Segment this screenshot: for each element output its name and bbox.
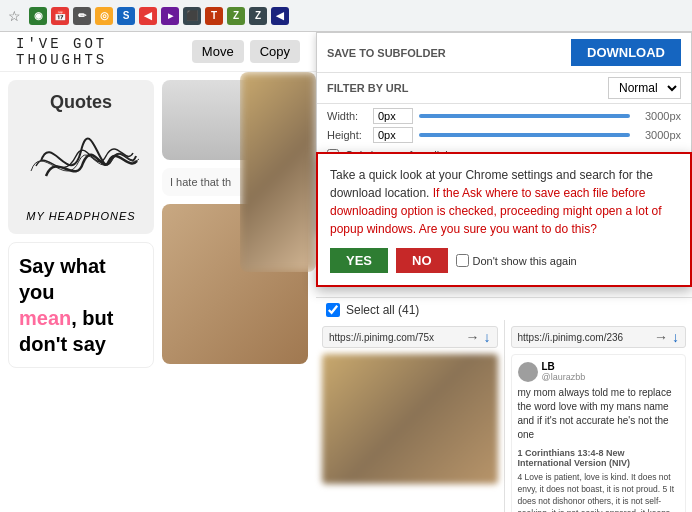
panel-dims: Width: 3000px Height: 3000px bbox=[317, 104, 691, 147]
ext-icon-11[interactable]: Z bbox=[249, 7, 267, 25]
ext-icon-10[interactable]: Z bbox=[227, 7, 245, 25]
left-url-bar: https://i.pinimg.com/75x → ↓ bbox=[322, 326, 498, 348]
ext-icon-2[interactable]: 📅 bbox=[51, 7, 69, 25]
blurred-img bbox=[240, 72, 316, 272]
save-to-label: SAVE TO SUBFOLDER bbox=[327, 47, 571, 59]
ive-got: I'VE GOT bbox=[16, 36, 107, 52]
right-url-text: https://i.pinimg.com/236 bbox=[518, 332, 651, 343]
say-quote: Say what you mean, but don't say bbox=[19, 253, 143, 357]
ext-icon-7[interactable]: ▸ bbox=[161, 7, 179, 25]
say-line3: don't say bbox=[19, 333, 106, 355]
left-url-text: https://i.pinimg.com/75x bbox=[329, 332, 462, 343]
alert-dialog: Take a quick look at your Chrome setting… bbox=[316, 152, 692, 287]
width-slider[interactable] bbox=[419, 114, 630, 118]
avatar-circle bbox=[518, 362, 538, 382]
blurred-image-col bbox=[240, 72, 316, 272]
height-input[interactable] bbox=[373, 127, 413, 143]
say-what-card: Say what you mean, but don't say bbox=[8, 242, 154, 368]
mean-highlight: mean bbox=[19, 307, 71, 329]
height-max: 3000px bbox=[636, 129, 681, 141]
select-all-text: Select all (41) bbox=[346, 303, 419, 317]
move-button[interactable]: Move bbox=[192, 40, 244, 63]
filter-label: FILTER BY URL bbox=[327, 82, 608, 94]
qc-bible-text: 4 Love is patient, love is kind. It does… bbox=[518, 472, 680, 512]
ext-icon-8[interactable]: ⬛ bbox=[183, 7, 201, 25]
thoughts-text: THOUGHTS bbox=[16, 52, 107, 68]
top-bar: I'VE GOT THOUGHTS Move Copy bbox=[0, 32, 316, 72]
ive-got-thoughts-text: I'VE GOT THOUGHTS bbox=[16, 36, 184, 68]
dont-show-label: Don't show this again bbox=[456, 254, 577, 267]
yes-button[interactable]: YES bbox=[330, 248, 388, 273]
qc-user: LB bbox=[542, 361, 586, 372]
ext-icon-6[interactable]: ◀ bbox=[139, 7, 157, 25]
height-row: Height: 3000px bbox=[327, 127, 681, 143]
select-all-checkbox[interactable] bbox=[326, 303, 340, 317]
copy-button[interactable]: Copy bbox=[250, 40, 300, 63]
quotes-card: Quotes MY HEADPHONES bbox=[8, 80, 154, 234]
normal-select[interactable]: Normal bbox=[608, 77, 681, 99]
dont-show-checkbox[interactable] bbox=[456, 254, 469, 267]
qc-handle: @laurazbb bbox=[542, 372, 586, 382]
say-line1: Say what you bbox=[19, 255, 106, 303]
but-text: , but bbox=[71, 307, 113, 329]
dont-show-text: Don't show this again bbox=[473, 255, 577, 267]
panel-filter: FILTER BY URL Normal bbox=[317, 73, 691, 104]
height-label: Height: bbox=[327, 129, 367, 141]
right-url-bar: https://i.pinimg.com/236 → ↓ bbox=[511, 326, 687, 348]
left-arrow-icon[interactable]: → bbox=[466, 329, 480, 345]
quotes-title: Quotes bbox=[20, 92, 142, 113]
ext-icon-5[interactable]: S bbox=[117, 7, 135, 25]
no-button[interactable]: NO bbox=[396, 248, 448, 273]
download-button[interactable]: DOWNLOAD bbox=[571, 39, 681, 66]
img-row-left: https://i.pinimg.com/75x → ↓ bbox=[316, 320, 505, 512]
ext-icon-3[interactable]: ✏ bbox=[73, 7, 91, 25]
ext-icon-12[interactable]: ◀ bbox=[271, 7, 289, 25]
ext-icon-4[interactable]: ◎ bbox=[95, 7, 113, 25]
right-download-icon[interactable]: ↓ bbox=[672, 329, 679, 345]
right-arrow-icon[interactable]: → bbox=[654, 329, 668, 345]
panel-header: SAVE TO SUBFOLDER DOWNLOAD bbox=[317, 33, 691, 73]
alert-text: Take a quick look at your Chrome setting… bbox=[330, 166, 678, 238]
alert-buttons: YES NO Don't show this again bbox=[330, 248, 678, 273]
width-label: Width: bbox=[327, 110, 367, 122]
height-slider[interactable] bbox=[419, 133, 630, 137]
img-row-right: https://i.pinimg.com/236 → ↓ LB @laurazb… bbox=[505, 320, 693, 512]
width-input[interactable] bbox=[373, 108, 413, 124]
qc-user-info: LB @laurazbb bbox=[542, 361, 586, 382]
pin-col-1: Quotes MY HEADPHONES Say what you mean, … bbox=[8, 80, 154, 504]
quote-card-right: LB @laurazbb my mom always told me to re… bbox=[511, 354, 687, 512]
scribble-svg bbox=[20, 121, 142, 201]
page-content: I'VE GOT THOUGHTS Move Copy Quotes MY HE… bbox=[0, 32, 692, 512]
headphones-text: MY HEADPHONES bbox=[20, 210, 142, 222]
qc-quote-text: my mom always told me to replace the wor… bbox=[518, 386, 680, 442]
ext-icon-9[interactable]: T bbox=[205, 7, 223, 25]
width-row: Width: 3000px bbox=[327, 108, 681, 124]
hate-text: I hate that th bbox=[170, 176, 231, 188]
qc-avatar: LB @laurazbb bbox=[518, 361, 680, 382]
star-icon[interactable]: ☆ bbox=[8, 8, 21, 24]
left-thumbnail bbox=[322, 354, 498, 484]
left-download-icon[interactable]: ↓ bbox=[484, 329, 491, 345]
browser-chrome: ☆ ◉ 📅 ✏ ◎ S ◀ ▸ ⬛ T Z Z ◀ bbox=[0, 0, 692, 32]
select-bar: Select all (41) bbox=[316, 297, 692, 322]
width-max: 3000px bbox=[636, 110, 681, 122]
ext-icon-1[interactable]: ◉ bbox=[29, 7, 47, 25]
extension-icons: ◉ 📅 ✏ ◎ S ◀ ▸ ⬛ T Z Z ◀ bbox=[29, 7, 289, 25]
image-rows: https://i.pinimg.com/75x → ↓ https://i.p… bbox=[316, 320, 692, 512]
qc-verse: 1 Corinthians 13:4-8 New International V… bbox=[518, 448, 680, 468]
